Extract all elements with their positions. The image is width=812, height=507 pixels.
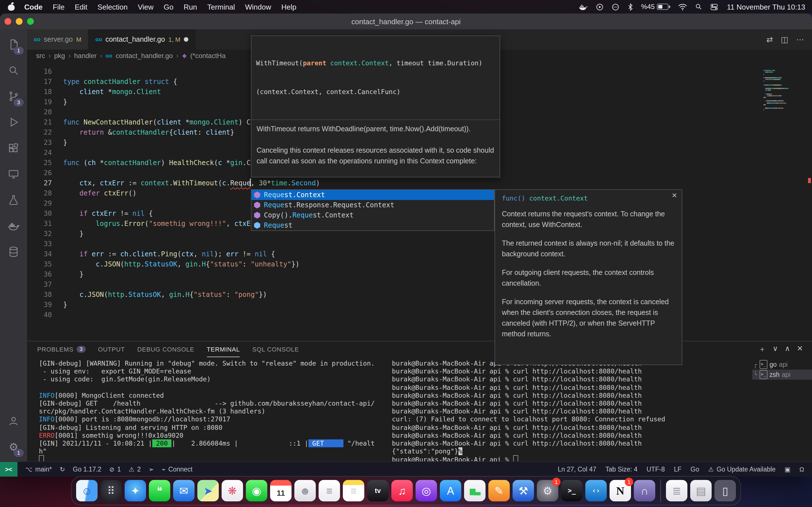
- settings-gear-icon[interactable]: ⚙ 1: [0, 434, 27, 460]
- dots-circle-menu-icon[interactable]: [611, 3, 620, 11]
- zoom-window-button[interactable]: [27, 18, 34, 25]
- tab-contact_handler.go[interactable]: GOcontact_handler.go1, M: [89, 29, 196, 50]
- breadcrumb-src[interactable]: src: [36, 52, 45, 60]
- panel-tab-problems[interactable]: PROBLEMS3: [37, 341, 86, 357]
- menu-item-edit[interactable]: Edit: [75, 3, 87, 11]
- breadcrumb-file[interactable]: contact_handler.go: [116, 52, 173, 60]
- docker-icon[interactable]: [0, 213, 27, 239]
- dock-launchpad[interactable]: ⠿: [100, 480, 122, 501]
- terminal-item-go[interactable]: ┌>_goapi: [752, 359, 812, 370]
- status-connect[interactable]: ⌁Connect: [162, 466, 193, 473]
- status-utf-8[interactable]: UTF-8: [647, 466, 665, 473]
- dock-system-preferences[interactable]: ⚙1: [537, 480, 558, 501]
- panel-tab-debug-console[interactable]: DEBUG CONSOLE: [137, 341, 194, 357]
- extensions-icon[interactable]: [0, 135, 27, 161]
- dock-maps[interactable]: ➤: [197, 480, 219, 501]
- completion-item-Request.Context[interactable]: Request.Context: [252, 190, 494, 200]
- window-titlebar[interactable]: contact_handler.go — contact-api: [0, 13, 812, 29]
- dock-pages[interactable]: ✎: [488, 480, 510, 501]
- menu-item-help[interactable]: Help: [282, 3, 297, 11]
- maximize-panel-icon[interactable]: ∧: [784, 344, 790, 354]
- dock-messages[interactable]: ❝: [149, 480, 170, 501]
- menu-item-selection[interactable]: Selection: [98, 3, 128, 11]
- menu-clock[interactable]: 11 November Thu 10:13: [727, 3, 805, 11]
- status-sync-icon[interactable]: ↻: [60, 466, 65, 473]
- dock-mail[interactable]: ✉: [173, 480, 195, 501]
- spotlight-icon[interactable]: [695, 3, 703, 11]
- status-1[interactable]: ⊘1: [109, 466, 121, 473]
- more-actions-icon[interactable]: ⋯: [796, 35, 804, 44]
- minimap[interactable]: [763, 64, 804, 109]
- breadcrumb-handler[interactable]: handler: [74, 52, 97, 60]
- dock-vscode[interactable]: ‹›: [585, 480, 607, 501]
- dock-github-desktop[interactable]: ∩: [634, 480, 655, 501]
- account-icon[interactable]: [0, 408, 27, 434]
- database-icon[interactable]: [0, 239, 27, 265]
- close-panel-icon[interactable]: ✕: [797, 344, 803, 354]
- terminal-dropdown-icon[interactable]: ∨: [772, 344, 778, 354]
- dock-contacts[interactable]: ☻: [294, 480, 316, 501]
- status-go[interactable]: Go: [691, 466, 699, 473]
- menu-item-file[interactable]: File: [53, 3, 64, 11]
- dock-app-store[interactable]: A: [440, 480, 461, 501]
- run-debug-icon[interactable]: [0, 109, 27, 135]
- dock-xcode[interactable]: ⚒: [513, 480, 534, 501]
- menu-item-go[interactable]: Go: [164, 3, 174, 11]
- dock-podcasts[interactable]: ◎: [416, 480, 437, 501]
- completion-item-Request.Response.Request.Context[interactable]: Request.Response.Request.Context: [252, 200, 494, 210]
- dock-notion[interactable]: N1: [610, 480, 631, 501]
- explorer-icon[interactable]: 1: [0, 32, 27, 57]
- dock-reminders[interactable]: ≡: [319, 480, 340, 501]
- dock-downloads-stack[interactable]: ▤: [690, 480, 712, 501]
- testing-beaker-icon[interactable]: [0, 187, 27, 213]
- terminal-output-zsh[interactable]: burak@Buraks-MacBook-Air api % curl http…: [392, 359, 752, 462]
- close-window-button[interactable]: [4, 18, 11, 25]
- dock-numbers[interactable]: ▆▃: [464, 480, 486, 501]
- status-ports-icon[interactable]: ➢: [149, 466, 154, 473]
- battery-indicator[interactable]: %45: [641, 3, 670, 11]
- status-2[interactable]: ⚠2: [129, 466, 141, 473]
- dock-tv[interactable]: tv: [367, 480, 389, 501]
- panel-tab-output[interactable]: OUTPUT: [98, 341, 125, 357]
- dock-notes[interactable]: ≡: [343, 480, 364, 501]
- panel-tab-terminal[interactable]: TERMINAL: [207, 341, 240, 357]
- search-icon[interactable]: [0, 57, 27, 83]
- terminal-output-go[interactable]: [GIN-debug] [WARNING] Running in "debug"…: [27, 359, 392, 462]
- dock-trash[interactable]: ▯: [714, 480, 736, 501]
- menu-item-terminal[interactable]: Terminal: [207, 3, 235, 11]
- dock-calendar[interactable]: 11: [270, 480, 292, 501]
- terminal-item-zsh[interactable]: └>_zshapi: [752, 370, 812, 380]
- minimize-window-button[interactable]: [16, 18, 22, 25]
- completion-item-Copy().Request.Context[interactable]: Copy().Request.Context: [252, 210, 494, 220]
- dock-facetime[interactable]: ◉: [246, 480, 267, 501]
- menu-item-window[interactable]: Window: [245, 3, 271, 11]
- docker-menu-icon[interactable]: [578, 3, 588, 11]
- menu-item-view[interactable]: View: [138, 3, 154, 11]
- breadcrumb-pkg[interactable]: pkg: [54, 52, 65, 60]
- status-go-update-available[interactable]: ⚠Go Update Available: [708, 466, 776, 473]
- status-ln-27-col-47[interactable]: Ln 27, Col 47: [558, 466, 596, 473]
- status-remote-icon[interactable]: ><: [0, 462, 17, 476]
- open-changes-icon[interactable]: ⇄: [766, 35, 773, 44]
- completion-item-Request[interactable]: Request: [252, 220, 494, 230]
- tab-server.go[interactable]: GOserver.goM: [27, 29, 89, 50]
- breadcrumb-symbol[interactable]: (*contactHa: [190, 52, 225, 60]
- dock-finder[interactable]: ☺: [76, 480, 98, 501]
- menu-item-run[interactable]: Run: [184, 3, 197, 11]
- play-circle-menu-icon[interactable]: [596, 3, 604, 11]
- dock-safari[interactable]: ✦: [124, 480, 146, 501]
- new-terminal-icon[interactable]: ＋: [758, 344, 766, 354]
- close-icon[interactable]: ✕: [672, 191, 677, 200]
- control-center-icon[interactable]: [710, 3, 718, 11]
- split-editor-icon[interactable]: ◫: [781, 35, 788, 44]
- status-lf[interactable]: LF: [674, 466, 681, 473]
- bluetooth-icon[interactable]: [627, 3, 634, 11]
- menu-item-code[interactable]: Code: [24, 3, 43, 11]
- wifi-icon[interactable]: [678, 3, 688, 10]
- remote-explorer-icon[interactable]: [0, 161, 27, 187]
- status-tab-size-4[interactable]: Tab Size: 4: [605, 466, 638, 473]
- dock-photos[interactable]: ❋: [221, 480, 243, 501]
- panel-tab-sql-console[interactable]: SQL CONSOLE: [252, 341, 299, 357]
- dock-music[interactable]: ♫: [391, 480, 413, 501]
- status-go-1-17-2[interactable]: Go 1.17.2: [73, 466, 101, 473]
